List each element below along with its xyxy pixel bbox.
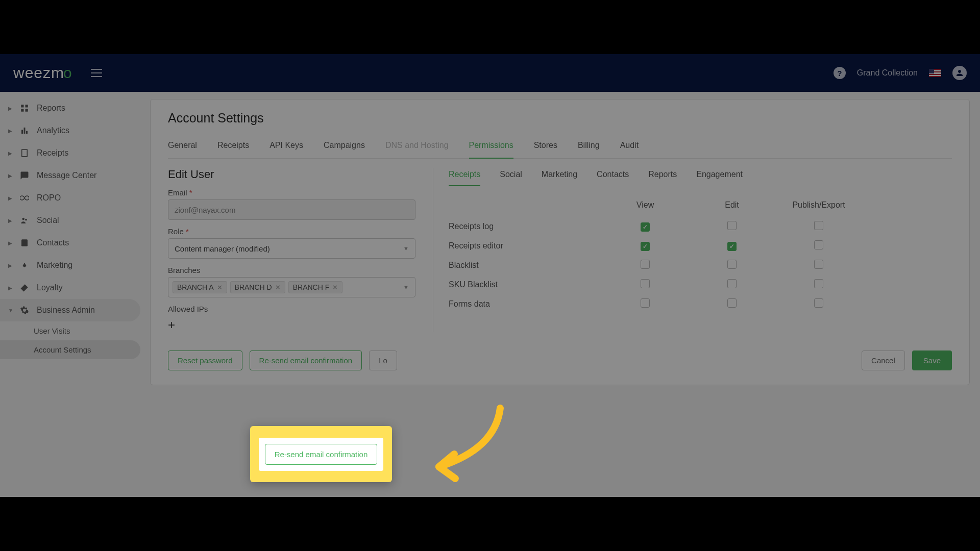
- tab-permissions[interactable]: Permissions: [469, 138, 513, 158]
- perm-tab-reports[interactable]: Reports: [648, 168, 677, 186]
- chevron-right-icon: ▶: [8, 106, 12, 111]
- perm-checkbox[interactable]: [814, 279, 823, 288]
- help-icon[interactable]: ?: [834, 67, 846, 79]
- sidebar-item-label: ROPO: [37, 193, 61, 203]
- permissions-panel: Receipts Social Marketing Contacts Repor…: [433, 168, 952, 332]
- add-ip-button[interactable]: +: [168, 318, 175, 332]
- sidebar-item-message-center[interactable]: ▶Message Center: [0, 164, 140, 187]
- remove-tag-icon[interactable]: ✕: [275, 284, 281, 291]
- sidebar-item-receipts[interactable]: ▶Receipts: [0, 142, 140, 164]
- branch-tag: BRANCH D✕: [230, 281, 285, 293]
- remove-tag-icon[interactable]: ✕: [217, 284, 223, 291]
- perm-col-view: View: [602, 201, 689, 210]
- sidebar-item-business-admin[interactable]: ▼Business Admin: [0, 299, 140, 321]
- sidebar-item-label: Contacts: [37, 238, 69, 247]
- tab-api-keys[interactable]: API Keys: [270, 138, 303, 158]
- marketing-icon: [19, 260, 30, 270]
- perm-tab-engagement[interactable]: Engagement: [696, 168, 743, 186]
- sidebar-sub-user-visits[interactable]: User Visits: [0, 321, 140, 340]
- sidebar-item-analytics[interactable]: ▶Analytics: [0, 119, 140, 142]
- perm-checkbox[interactable]: [727, 242, 737, 251]
- sidebar-item-label: Marketing: [37, 261, 72, 270]
- role-select[interactable]: Content manager (modified)▼: [168, 238, 415, 259]
- save-button[interactable]: Save: [912, 350, 952, 370]
- perm-col-edit: Edit: [689, 201, 775, 210]
- perm-tab-contacts[interactable]: Contacts: [597, 168, 629, 186]
- topbar: weezmo ? Grand Collection: [0, 54, 980, 92]
- branches-label: Branches: [168, 266, 415, 274]
- perm-checkbox[interactable]: [814, 221, 823, 230]
- branches-select[interactable]: BRANCH A✕ BRANCH D✕ BRANCH F✕ ▼: [168, 277, 415, 297]
- perm-row: Receipts log: [449, 217, 952, 236]
- perm-checkbox[interactable]: [641, 242, 650, 251]
- perm-row: SKU Blacklist: [449, 275, 952, 294]
- sidebar-item-marketing[interactable]: ▶Marketing: [0, 254, 140, 277]
- login-button[interactable]: Lo: [369, 350, 397, 370]
- chevron-right-icon: ▶: [8, 173, 12, 179]
- svg-rect-10: [21, 239, 28, 246]
- infinity-icon: [19, 193, 30, 203]
- sidebar-item-label: Business Admin: [37, 306, 95, 315]
- receipts-icon: [19, 148, 30, 158]
- logo-text: weezm: [13, 64, 64, 82]
- logo-accent: o: [63, 64, 72, 82]
- perm-grid: View Edit Publish/Export Receipts logRec…: [449, 197, 952, 314]
- tab-billing[interactable]: Billing: [578, 138, 600, 158]
- svg-point-8: [22, 218, 25, 220]
- perm-tab-marketing[interactable]: Marketing: [542, 168, 577, 186]
- resend-email-button[interactable]: Re-send email confirmation: [250, 350, 362, 370]
- perm-checkbox[interactable]: [641, 260, 650, 269]
- perm-checkbox[interactable]: [814, 240, 823, 249]
- perm-checkbox[interactable]: [641, 298, 650, 308]
- perm-checkbox[interactable]: [641, 222, 650, 232]
- reset-password-button[interactable]: Reset password: [168, 350, 242, 370]
- svg-rect-3: [26, 109, 28, 112]
- avatar-icon[interactable]: [952, 66, 967, 80]
- perm-tab-social[interactable]: Social: [500, 168, 522, 186]
- perm-row-label: SKU Blacklist: [449, 280, 602, 289]
- sidebar-item-contacts[interactable]: ▶Contacts: [0, 232, 140, 254]
- perm-tab-receipts[interactable]: Receipts: [449, 168, 480, 186]
- hamburger-menu-icon[interactable]: [91, 69, 102, 77]
- chevron-right-icon: ▶: [8, 195, 12, 201]
- perm-checkbox[interactable]: [641, 279, 650, 288]
- sidebar: ▶Reports ▶Analytics ▶Receipts ▶Message C…: [0, 92, 140, 497]
- sidebar-item-social[interactable]: ▶Social: [0, 209, 140, 232]
- chevron-right-icon: ▶: [8, 218, 12, 223]
- chevron-right-icon: ▶: [8, 128, 12, 134]
- sidebar-sub-label: Account Settings: [34, 345, 91, 354]
- perm-checkbox[interactable]: [727, 279, 737, 288]
- form-area: Edit User Email * Role * Content manager…: [168, 168, 952, 332]
- chevron-right-icon: ▶: [8, 240, 12, 246]
- tab-campaigns[interactable]: Campaigns: [324, 138, 365, 158]
- app-frame: weezmo ? Grand Collection ▶Reports ▶Anal…: [0, 54, 980, 497]
- sidebar-sub-account-settings[interactable]: Account Settings: [0, 340, 140, 359]
- chevron-down-icon: ▼: [403, 284, 409, 290]
- perm-col-publish: Publish/Export: [775, 201, 862, 210]
- perm-row-label: Blacklist: [449, 261, 602, 270]
- chevron-down-icon: ▼: [403, 245, 409, 252]
- tab-audit[interactable]: Audit: [620, 138, 639, 158]
- sidebar-item-ropo[interactable]: ▶ROPO: [0, 187, 140, 209]
- allowed-ips-label: Allowed IPs: [168, 305, 415, 313]
- edit-user-form: Edit User Email * Role * Content manager…: [168, 168, 433, 332]
- perm-checkbox[interactable]: [814, 260, 823, 269]
- svg-rect-4: [21, 130, 23, 134]
- perm-checkbox[interactable]: [727, 260, 737, 269]
- sidebar-item-reports[interactable]: ▶Reports: [0, 97, 140, 119]
- svg-rect-5: [24, 128, 26, 134]
- remove-tag-icon[interactable]: ✕: [332, 284, 338, 291]
- perm-checkbox[interactable]: [814, 298, 823, 308]
- contacts-icon: [19, 238, 30, 248]
- tab-general[interactable]: General: [168, 138, 197, 158]
- resend-email-button-highlighted[interactable]: Re-send email confirmation: [265, 444, 378, 465]
- tab-stores[interactable]: Stores: [534, 138, 557, 158]
- flag-icon[interactable]: [929, 69, 941, 77]
- tab-receipts[interactable]: Receipts: [217, 138, 249, 158]
- sidebar-item-loyalty[interactable]: ▶Loyalty: [0, 277, 140, 299]
- perm-checkbox[interactable]: [727, 221, 737, 230]
- cancel-button[interactable]: Cancel: [862, 350, 905, 370]
- gear-icon: [19, 305, 30, 315]
- perm-checkbox[interactable]: [727, 298, 737, 308]
- perm-header: View Edit Publish/Export: [449, 197, 952, 217]
